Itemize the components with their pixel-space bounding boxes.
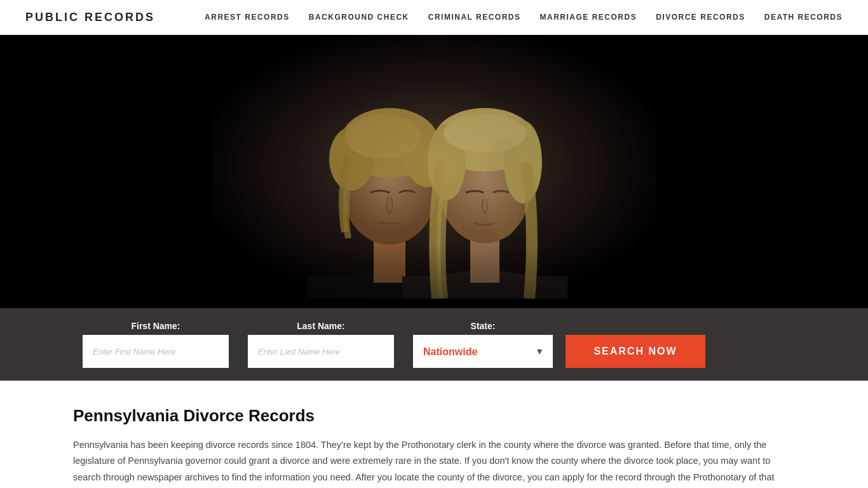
first-name-label: First Name: (83, 321, 229, 331)
main-content: Pennsylvania Divorce Records Pennsylvani… (0, 381, 868, 488)
search-button-wrapper: SEARCH NOW (566, 335, 705, 368)
last-name-input[interactable] (248, 335, 394, 368)
hero-image (212, 35, 656, 299)
nav-arrest-records[interactable]: ARREST RECORDS (205, 13, 290, 22)
nav-death-records[interactable]: DEATH RECORDS (764, 13, 843, 22)
page-heading: Pennsylvania Divorce Records (73, 406, 795, 426)
last-name-label: Last Name: (248, 321, 394, 331)
state-select-wrapper: NationwideAlabamaAlaskaArizonaArkansasCa… (413, 335, 553, 368)
state-field: State: NationwideAlabamaAlaskaArizonaArk… (413, 321, 553, 368)
search-bar: First Name: Last Name: State: Nationwide… (0, 308, 868, 381)
last-name-field: Last Name: (248, 321, 394, 368)
state-label: State: (413, 321, 553, 331)
site-logo: PUBLIC RECORDS (25, 11, 155, 24)
state-select[interactable]: NationwideAlabamaAlaskaArizonaArkansasCa… (413, 335, 553, 368)
site-header: PUBLIC RECORDS ARREST RECORDS BACKGROUND… (0, 0, 868, 35)
nav-marriage-records[interactable]: MARRIAGE RECORDS (540, 13, 637, 22)
hero-section (0, 35, 868, 308)
first-name-input[interactable] (83, 335, 229, 368)
nav-background-check[interactable]: BACKGROUND CHECK (309, 13, 409, 22)
first-name-field: First Name: (83, 321, 229, 368)
content-paragraph: Pennsylvania has been keeping divorce re… (73, 437, 795, 488)
search-now-button[interactable]: SEARCH NOW (566, 335, 705, 368)
nav-divorce-records[interactable]: DIVORCE RECORDS (656, 13, 745, 22)
svg-rect-20 (212, 245, 656, 299)
nav-criminal-records[interactable]: CRIMINAL RECORDS (428, 13, 521, 22)
main-nav: ARREST RECORDS BACKGROUND CHECK CRIMINAL… (205, 13, 843, 22)
